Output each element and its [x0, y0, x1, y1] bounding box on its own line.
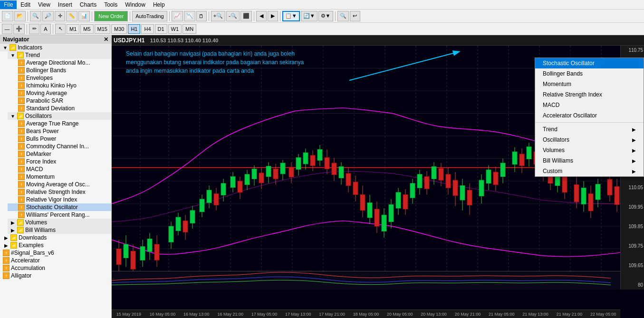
nav-item-force[interactable]: f Force Index: [8, 158, 111, 165]
bw-folder-icon: 📁: [17, 227, 24, 233]
nav-item-bears[interactable]: f Bears Power: [8, 127, 111, 135]
dropdown-item-momentum[interactable]: Momentum: [535, 79, 644, 89]
line-btn[interactable]: 📏: [66, 11, 77, 21]
price-label-8: 109.95: [622, 204, 643, 210]
zoom-in-btn[interactable]: 🔍: [30, 11, 41, 21]
scroll-left-btn[interactable]: ◀: [256, 11, 267, 21]
nav-oscillators-section: ▼ 📁 Oscillators f Average True Range f B…: [0, 112, 111, 219]
autotrading-btn[interactable]: AutoTrading: [132, 11, 167, 21]
nav-item-acc[interactable]: f Accelerator: [0, 257, 111, 264]
config-btn[interactable]: ⚙▼: [318, 11, 333, 21]
template-btn[interactable]: 🗒: [196, 11, 207, 21]
menu-view[interactable]: View: [34, 0, 54, 9]
svg-rect-75: [289, 167, 294, 177]
navigator-close-btn[interactable]: ✕: [104, 36, 108, 43]
nav-item-env[interactable]: f Envelopes: [8, 74, 111, 82]
dropdown-separator: [535, 122, 644, 123]
menu-edit[interactable]: Edit: [17, 0, 34, 9]
history-btn[interactable]: ↩: [350, 11, 360, 21]
nav-item-ichi[interactable]: f Ichimoku Kinko Hyo: [8, 82, 111, 89]
dropdown-osc-label: Oscillators: [543, 136, 569, 143]
nav-item-atr[interactable]: f Average True Range: [8, 120, 111, 127]
tf-m5-btn[interactable]: M5: [80, 24, 93, 34]
chart-type-btn[interactable]: 📊: [78, 11, 90, 21]
dropdown-item-stoch[interactable]: Stochastic Oscillator: [535, 58, 644, 68]
time-label-13: 21 May 13:00: [519, 312, 552, 317]
nav-item-macd[interactable]: f MACD: [8, 165, 111, 173]
tf-d1-btn[interactable]: D1: [155, 24, 167, 34]
nav-volumes-header[interactable]: ▶ 📁 Volumes: [8, 219, 111, 226]
dropdown-item-custom[interactable]: Custom ▶: [535, 166, 644, 176]
scroll-right-btn[interactable]: ▶: [268, 11, 278, 21]
nav-oscillators-header[interactable]: ▼ 📁 Oscillators: [8, 112, 111, 120]
nav-item-bb[interactable]: f Bollinger Bands: [8, 67, 111, 74]
nav-indicators-header[interactable]: ▼ 📁 Indicators: [0, 44, 111, 51]
draw-hline-btn[interactable]: ➕: [13, 24, 25, 34]
nav-indicators-section: ▼ 📁 Indicators ▼ 📁 Trend f Average Direc…: [0, 44, 111, 279]
dropdown-item-macd[interactable]: MACD: [535, 100, 644, 110]
draw-line-btn[interactable]: —: [2, 24, 12, 34]
nav-item-psar[interactable]: f Parabolic SAR: [8, 97, 111, 105]
indicators-list-btn[interactable]: 📈: [172, 11, 183, 21]
dropdown-item-bw[interactable]: Bill Williams ▶: [535, 155, 644, 166]
tf-m1-btn[interactable]: M1: [67, 24, 79, 34]
nav-item-ma[interactable]: f Moving Average: [8, 89, 111, 97]
new-order-btn[interactable]: New Order: [94, 11, 128, 21]
dropdown-item-ao[interactable]: Accelerator Oscillator: [535, 110, 644, 121]
draw-text-btn[interactable]: A: [40, 24, 51, 34]
menu-insert[interactable]: Insert: [54, 0, 76, 9]
dropdown-item-rsi[interactable]: Relative Strength Index: [535, 89, 644, 100]
nav-item-examples[interactable]: ▶ 📁 Examples: [0, 241, 111, 249]
nav-item-wpr[interactable]: f Williams' Percent Rang...: [8, 211, 111, 219]
open-btn[interactable]: 📂: [14, 11, 26, 21]
new-chart-btn[interactable]: 📄: [2, 11, 13, 21]
nav-item-alligator[interactable]: f Alligator: [0, 272, 111, 279]
menu-charts[interactable]: Charts: [76, 0, 100, 9]
indicator-list-btn[interactable]: 📋▼: [282, 11, 300, 21]
arrow-tool-btn[interactable]: ↖: [55, 24, 66, 34]
indicator-icon: f: [18, 67, 25, 74]
menu-help[interactable]: Help: [149, 0, 169, 9]
dropdown-item-volumes[interactable]: Volumes ▶: [535, 145, 644, 155]
nav-item-accum[interactable]: f Accumulation: [0, 264, 111, 272]
tf-m15-btn[interactable]: M15: [95, 24, 110, 34]
draw-tools-btn[interactable]: ✏: [29, 24, 39, 34]
nav-item-downloads[interactable]: ▶ 📁 Downloads: [0, 234, 111, 241]
nav-item-momentum[interactable]: f Momentum: [8, 173, 111, 181]
navigator-body[interactable]: ▼ 📁 Indicators ▼ 📁 Trend f Average Direc…: [0, 44, 111, 318]
chart-area[interactable]: USDJPY.H1 110.53 110.53 110.40 110.40 Se…: [112, 35, 644, 318]
tf-w1-btn[interactable]: W1: [168, 24, 182, 34]
nav-item-signal[interactable]: f #Signal_Bars_v6: [0, 249, 111, 257]
nav-item-sd[interactable]: f Standard Deviation: [8, 105, 111, 112]
dropdown-item-oscillators[interactable]: Oscillators ▶: [535, 135, 644, 145]
tf-h4-btn[interactable]: H4: [141, 24, 154, 34]
nav-item-bulls[interactable]: f Bulls Power: [8, 135, 111, 143]
dropdown-item-trend[interactable]: Trend ▶: [535, 124, 644, 135]
dropdown-item-bb[interactable]: Bollinger Bands: [535, 68, 644, 79]
tf-m30-btn[interactable]: M30: [111, 24, 127, 34]
svg-rect-83: [317, 150, 322, 161]
menu-window[interactable]: Window: [121, 0, 149, 9]
menu-file[interactable]: File: [0, 0, 17, 9]
nav-item-maosc[interactable]: f Moving Average of Osc...: [8, 181, 111, 188]
zoom-in2-btn[interactable]: +🔍: [211, 11, 225, 21]
indicators-btn2[interactable]: 📉: [184, 11, 195, 21]
nav-item-rvi[interactable]: f Relative Vigor Index: [8, 196, 111, 203]
nav-bw-header[interactable]: ▶ 📁 Bill Williams: [8, 226, 111, 234]
nav-item-demark[interactable]: f DeMarker: [8, 150, 111, 158]
menu-tools[interactable]: Tools: [100, 0, 121, 9]
zoom-out-btn[interactable]: 🔎: [42, 11, 54, 21]
tf-h1-btn[interactable]: H1: [128, 24, 140, 34]
search-btn[interactable]: 🔍: [337, 11, 349, 21]
crosshair-btn[interactable]: ✛: [55, 11, 65, 21]
nav-trend-header[interactable]: ▼ 📁 Trend: [8, 51, 111, 59]
nav-item-rsi[interactable]: f Relative Strength Index: [8, 188, 111, 196]
svg-rect-109: [410, 183, 415, 198]
nav-item-cci[interactable]: f Commodity Channel In...: [8, 143, 111, 150]
zoom-out2-btn[interactable]: -🔍: [226, 11, 240, 21]
nav-item-adm[interactable]: f Average Directional Mo...: [8, 59, 111, 67]
fit-btn[interactable]: ⬛: [240, 11, 252, 21]
nav-item-stoch[interactable]: f Stochastic Oscillator: [8, 203, 111, 211]
refresh-btn[interactable]: 🔄▼: [301, 11, 317, 21]
tf-mn-btn[interactable]: MN: [183, 24, 196, 34]
